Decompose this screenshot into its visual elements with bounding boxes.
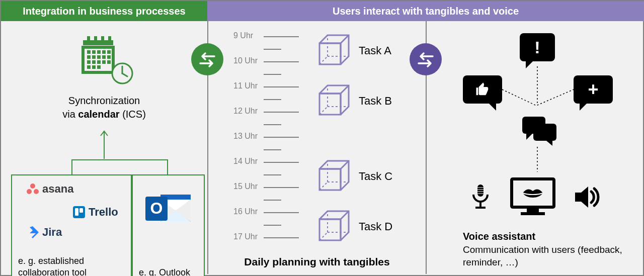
calendar-icon bbox=[74, 36, 134, 88]
task-item: Task B bbox=[316, 83, 392, 119]
trello-logo: Trello bbox=[72, 206, 118, 219]
jira-label: Jira bbox=[42, 226, 62, 239]
svg-rect-15 bbox=[107, 55, 111, 59]
sync-caption: Synchronization via calendar (ICS) bbox=[62, 94, 146, 121]
outlook-logo: O bbox=[143, 191, 194, 233]
collab-caption: e. g. established collaboration tool bbox=[18, 255, 125, 276]
cube-icon bbox=[316, 83, 352, 119]
time-label: 17 Uhr bbox=[233, 232, 258, 241]
task-label: Task B bbox=[359, 95, 392, 108]
outlook-box: O e. g. Outlook bbox=[132, 174, 205, 276]
speech-bubble-thumbsup-icon bbox=[463, 75, 502, 104]
cube-icon bbox=[316, 159, 352, 194]
sync-line2: via calendar (ICS) bbox=[62, 108, 146, 121]
svg-point-28 bbox=[30, 183, 35, 189]
speech-bubble-plus-icon: + bbox=[574, 75, 613, 104]
svg-line-52 bbox=[319, 107, 328, 115]
cube-icon bbox=[316, 33, 352, 68]
panel2-caption: Daily planning with tangibles bbox=[208, 256, 426, 268]
svg-rect-82 bbox=[521, 212, 545, 215]
asana-label: asana bbox=[42, 182, 73, 196]
time-label: 15 Uhr bbox=[233, 182, 258, 191]
outlook-caption: e. g. Outlook bbox=[139, 267, 198, 277]
svg-text:O: O bbox=[150, 199, 163, 217]
sync-suffix: (ICS) bbox=[120, 109, 146, 120]
connector-right-drop bbox=[167, 159, 168, 174]
sync-line1: Synchronization bbox=[62, 94, 146, 108]
clock-icon bbox=[112, 63, 132, 83]
voice-device-row bbox=[427, 177, 644, 219]
asana-logo: asana bbox=[26, 182, 73, 196]
svg-rect-9 bbox=[102, 50, 106, 54]
svg-rect-12 bbox=[92, 55, 96, 59]
task-item: Task C bbox=[316, 159, 392, 194]
svg-marker-74 bbox=[546, 141, 552, 146]
panel-daily-planning: 9 Uhr10 Uhr11 Uhr12 Uhr13 Uhr14 Uhr15 Uh… bbox=[208, 21, 426, 275]
panel-business-integration: Synchronization via calendar (ICS) asana… bbox=[1, 21, 207, 275]
panel-voice-assistant: ! + Voice assistant Communication with u… bbox=[427, 21, 644, 275]
svg-rect-17 bbox=[92, 60, 96, 64]
svg-rect-81 bbox=[527, 208, 539, 212]
speech-bubble-exclaim-icon: ! bbox=[520, 33, 555, 61]
svg-line-42 bbox=[341, 35, 349, 43]
svg-rect-19 bbox=[102, 60, 106, 64]
svg-point-30 bbox=[34, 189, 39, 194]
svg-marker-72 bbox=[526, 134, 532, 140]
panel3-title: Voice assistant bbox=[463, 231, 535, 242]
trello-label: Trello bbox=[89, 206, 118, 219]
svg-point-29 bbox=[27, 189, 32, 194]
screen-lips-icon bbox=[509, 177, 557, 219]
svg-rect-6 bbox=[87, 50, 91, 54]
cube-icon bbox=[316, 209, 352, 244]
svg-rect-13 bbox=[97, 55, 101, 59]
svg-rect-16 bbox=[87, 60, 91, 64]
svg-rect-10 bbox=[107, 50, 111, 54]
svg-rect-21 bbox=[87, 65, 91, 69]
svg-rect-22 bbox=[92, 65, 96, 69]
svg-rect-33 bbox=[79, 208, 83, 213]
time-label: 11 Uhr bbox=[233, 81, 258, 90]
time-label: 10 Uhr bbox=[233, 56, 258, 65]
svg-line-59 bbox=[319, 182, 328, 190]
svg-line-63 bbox=[341, 211, 349, 219]
svg-rect-32 bbox=[75, 208, 78, 216]
svg-rect-31 bbox=[73, 206, 85, 218]
header-left: Integration in business processes bbox=[1, 1, 207, 21]
svg-rect-3 bbox=[101, 36, 104, 42]
task-label: Task D bbox=[359, 220, 392, 233]
svg-rect-7 bbox=[92, 50, 96, 54]
svg-line-56 bbox=[341, 161, 349, 169]
sync-bold: calendar bbox=[78, 109, 119, 120]
time-label: 12 Uhr bbox=[233, 107, 258, 116]
svg-rect-18 bbox=[97, 60, 101, 64]
time-label: 9 Uhr bbox=[233, 31, 253, 40]
chat-pair-icon bbox=[522, 117, 557, 149]
diagram-stage: Integration in business processes Users … bbox=[0, 0, 644, 276]
microphone-icon bbox=[470, 183, 491, 213]
svg-rect-73 bbox=[533, 124, 556, 141]
time-label: 14 Uhr bbox=[233, 157, 258, 166]
svg-rect-11 bbox=[87, 55, 91, 59]
timeline: 9 Uhr10 Uhr11 Uhr12 Uhr13 Uhr14 Uhr15 Uh… bbox=[233, 36, 299, 262]
sync-prefix: via bbox=[62, 109, 78, 120]
svg-line-49 bbox=[341, 85, 349, 94]
connector-horizontal bbox=[71, 159, 167, 160]
svg-line-66 bbox=[319, 232, 328, 240]
task-item: Task D bbox=[316, 209, 392, 244]
svg-line-45 bbox=[319, 56, 328, 64]
svg-rect-4 bbox=[108, 36, 111, 42]
jira-logo: Jira bbox=[26, 226, 62, 239]
svg-rect-8 bbox=[97, 50, 101, 54]
panel3-caption: Voice assistant Communication with users… bbox=[463, 230, 632, 269]
speaker-icon bbox=[575, 186, 600, 211]
time-label: 16 Uhr bbox=[233, 207, 258, 216]
panel3-desc: Communication with users (feedback, remi… bbox=[463, 244, 622, 268]
svg-rect-2 bbox=[94, 36, 97, 42]
svg-rect-75 bbox=[477, 185, 484, 197]
task-label: Task A bbox=[359, 44, 391, 57]
svg-rect-20 bbox=[107, 60, 111, 64]
task-item: Task A bbox=[316, 33, 391, 68]
connector-left-drop bbox=[71, 159, 72, 174]
header-right: Users interact with tangibles and voice bbox=[207, 1, 644, 21]
svg-rect-23 bbox=[97, 65, 101, 69]
